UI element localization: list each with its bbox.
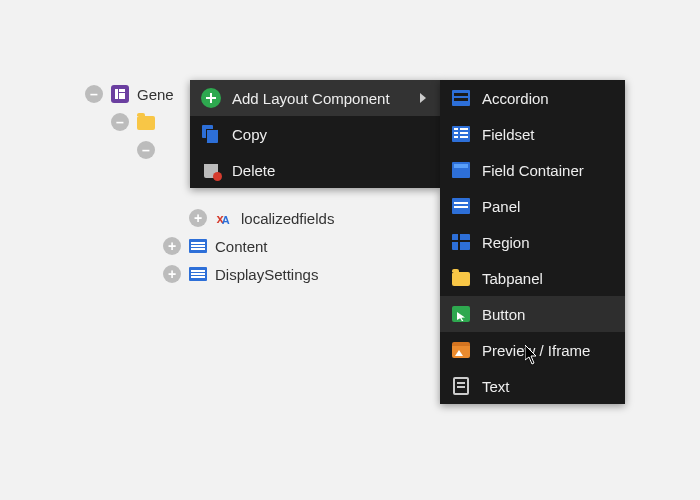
collapse-icon[interactable] (137, 141, 155, 159)
menu-item-copy[interactable]: Copy (190, 116, 440, 152)
tree-label: Gene (137, 86, 174, 103)
text-icon (453, 377, 469, 395)
menu-label: Accordion (482, 90, 611, 107)
submenu-region[interactable]: Region (440, 224, 625, 260)
menu-label: Delete (232, 162, 426, 179)
localized-icon: x (215, 209, 233, 227)
menu-label: Text (482, 378, 611, 395)
menu-item-delete[interactable]: Delete (190, 152, 440, 188)
submenu-button[interactable]: Button (440, 296, 625, 332)
tree-item-display[interactable]: DisplaySettings (85, 260, 334, 288)
preview-icon (452, 342, 470, 358)
cursor-icon (525, 345, 539, 365)
expand-icon[interactable] (163, 265, 181, 283)
fieldset-icon (452, 126, 470, 142)
panel-icon (189, 267, 207, 281)
menu-label: Copy (232, 126, 426, 143)
submenu-text[interactable]: Text (440, 368, 625, 404)
chevron-right-icon (420, 93, 426, 103)
trash-icon (203, 161, 219, 179)
menu-label: Region (482, 234, 611, 251)
container-icon (452, 162, 470, 178)
collapse-icon[interactable] (85, 85, 103, 103)
layout-icon (111, 85, 129, 103)
tree-item-content[interactable]: Content (85, 232, 334, 260)
submenu-field-container[interactable]: Field Container (440, 152, 625, 188)
button-icon (452, 306, 470, 322)
tree-label: DisplaySettings (215, 266, 318, 283)
tree-label: Content (215, 238, 268, 255)
submenu-panel[interactable]: Panel (440, 188, 625, 224)
menu-label: Tabpanel (482, 270, 611, 287)
collapse-icon[interactable] (111, 113, 129, 131)
menu-label: Add Layout Component (232, 90, 400, 107)
panel-icon (452, 198, 470, 214)
tree-item-localized[interactable]: x localizedfields (85, 204, 334, 232)
expand-icon[interactable] (163, 237, 181, 255)
folder-icon (137, 116, 155, 130)
expand-icon[interactable] (189, 209, 207, 227)
region-icon (452, 234, 470, 250)
panel-icon (189, 239, 207, 253)
submenu-tabpanel[interactable]: Tabpanel (440, 260, 625, 296)
menu-label: Fieldset (482, 126, 611, 143)
tabpanel-icon (452, 272, 470, 286)
context-menu: Add Layout Component Copy Delete (190, 80, 440, 188)
copy-icon (202, 125, 220, 143)
menu-label: Button (482, 306, 611, 323)
plus-icon (201, 88, 221, 108)
submenu-accordion[interactable]: Accordion (440, 80, 625, 116)
accordion-icon (452, 90, 470, 106)
tree-label: localizedfields (241, 210, 334, 227)
menu-label: Preview / Iframe (482, 342, 611, 359)
submenu-fieldset[interactable]: Fieldset (440, 116, 625, 152)
menu-item-add-layout[interactable]: Add Layout Component (190, 80, 440, 116)
menu-label: Panel (482, 198, 611, 215)
menu-label: Field Container (482, 162, 611, 179)
